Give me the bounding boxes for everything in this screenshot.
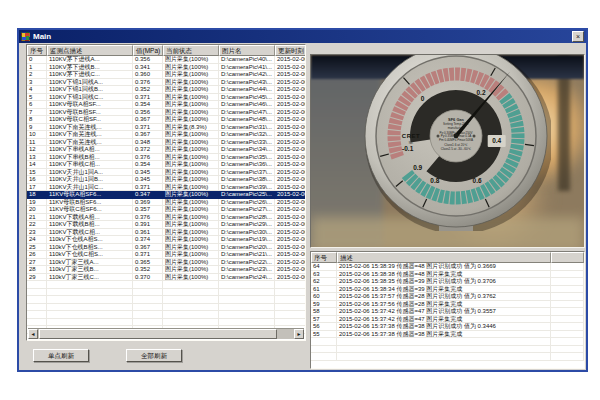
table-row[interactable]: 28110kV丁家三线B...0.352图片采集(100%)D:\cameraP… xyxy=(27,266,305,274)
log-column-header-serial[interactable]: 序号 xyxy=(311,252,337,263)
table-row[interactable]: 29110kV丁家三线C...0.370图片采集(100%)D:\cameraP… xyxy=(27,274,305,282)
table-row[interactable]: 27110kV丁家三线A...0.365图片采集(100%)D:\cameraP… xyxy=(27,259,305,267)
table-row[interactable]: 26110kV下仓线C相S...0.371图片采集(100%)D:\camera… xyxy=(27,251,305,259)
cell xyxy=(47,289,133,297)
cell: 图片采集(100%) xyxy=(163,64,219,72)
scroll-right-icon[interactable]: ► xyxy=(294,329,304,339)
scroll-left-icon[interactable]: ◄ xyxy=(28,329,38,339)
gauge-screw xyxy=(473,135,476,138)
table-row[interactable]: 22110KV下载线B相...0.391图片采集(100%)D:\cameraP… xyxy=(27,221,305,229)
column-header-status[interactable]: 当前状态 xyxy=(163,45,219,56)
column-header-serial[interactable]: 序号 xyxy=(27,45,47,56)
cell: 110KV母联A相SF... xyxy=(47,101,133,109)
single-refresh-button[interactable]: 单点刷新 xyxy=(33,349,89,362)
table-row[interactable]: 592015-02-06 15:37:56 传感器=28 图片采集完成 xyxy=(311,301,584,309)
table-row[interactable]: 0110KV茅下进线A...0.356图片采集(100%)D:\cameraPi… xyxy=(27,56,305,64)
cell: 0.371 xyxy=(133,184,163,192)
cell: 0.367 xyxy=(133,244,163,252)
cell: 图片采集(100%) xyxy=(163,214,219,222)
cell: 0.352 xyxy=(133,266,163,274)
table-row[interactable]: 612015-02-06 15:38:34 传感器=39 图片采集完成 xyxy=(311,286,584,294)
cell xyxy=(133,289,163,297)
cell: 2015-02-06 15:38:38 传感器=48 图片采集完成 xyxy=(337,271,551,279)
gauge-part xyxy=(515,117,516,121)
table-row[interactable]: 1110KV茅下进线B...0.341图片采集(100%)D:\cameraPi… xyxy=(27,64,305,72)
table-row[interactable]: 602015-02-06 15:37:57 传感器=28 图片识别成功 值为 0… xyxy=(311,293,584,301)
column-header-desc[interactable]: 监测点描述 xyxy=(47,45,133,56)
cell xyxy=(219,304,275,312)
table-row[interactable]: 552015-02-06 15:37:38 传感器=38 图片采集完成 xyxy=(311,331,584,339)
cell: 4 xyxy=(27,86,47,94)
cell: 0.372 xyxy=(133,146,163,154)
cell xyxy=(27,281,47,289)
table-row[interactable]: 13110KV下串线B相...0.376图片采集(100%)D:\cameraP… xyxy=(27,154,305,162)
table-row[interactable]: 4110KV下锦1回线B...0.352图片采集(100%)D:\cameraP… xyxy=(27,86,305,94)
table-row[interactable]: 12110KV下串线A相...0.372图片采集(100%)D:\cameraP… xyxy=(27,146,305,154)
cell: 2015-02-06 15:3... xyxy=(275,124,306,132)
gauge-brand: CRET xyxy=(402,133,420,139)
table-row[interactable]: 632015-02-06 15:38:38 传感器=48 图片采集完成 xyxy=(311,271,584,279)
table-row[interactable]: 10110KV下南芜连线...0.367图片采集(100%)D:\cameraP… xyxy=(27,131,305,139)
cell: D:\cameraPic\35\... xyxy=(219,154,275,162)
cell xyxy=(551,353,584,361)
cell: 0.347 xyxy=(133,191,163,199)
table-row[interactable]: 7110KV母联B相SF...0.356图片采集(100%)D:\cameraP… xyxy=(27,109,305,117)
gauge-scale-label: 0.2 xyxy=(476,89,485,96)
gauge-part xyxy=(401,104,403,108)
cell xyxy=(163,289,219,297)
gauge-part xyxy=(394,125,395,129)
table-row[interactable]: 582015-02-06 15:37:42 传感器=47 图片识别成功 值为 0… xyxy=(311,308,584,316)
cell: 60 xyxy=(311,293,337,301)
table-row[interactable]: 14110KV下串线C相...0.354图片采集(100%)D:\cameraP… xyxy=(27,161,305,169)
table-row[interactable]: 2110KV茅下进线C...0.360图片采集(100%)D:\cameraPi… xyxy=(27,71,305,79)
table-row[interactable]: 5110KV下锦1回线C...0.371图片采集(100%)D:\cameraP… xyxy=(27,94,305,102)
cell: 2015-02-06 15:3... xyxy=(275,199,306,207)
cell: 23 xyxy=(27,229,47,237)
gauge-scale-label: 0.4 xyxy=(492,137,501,144)
table-row[interactable]: 2011KV母联C相SF6...0.357图片采集(100%)D:\camera… xyxy=(27,206,305,214)
cell: 55 xyxy=(311,331,337,339)
table-row[interactable]: 23110KV下载线C相...0.361图片采集(100%)D:\cameraP… xyxy=(27,229,305,237)
gauge-part xyxy=(407,174,410,177)
table-row[interactable]: 16110KV天井山1回B...0.345图片采集(100%)D:\camera… xyxy=(27,176,305,184)
cell: 0.376 xyxy=(133,79,163,87)
scroll-track[interactable] xyxy=(38,329,294,339)
column-header-value[interactable]: 值(MPa) xyxy=(133,45,163,56)
log-column-header-desc[interactable]: 描述 xyxy=(337,252,551,263)
table-row[interactable]: 15110KV天井山1回A...0.345图片采集(100%)D:\camera… xyxy=(27,169,305,177)
column-header-picname[interactable]: 图片名 xyxy=(219,45,275,56)
cell xyxy=(219,319,275,327)
close-icon[interactable]: × xyxy=(572,31,584,42)
table-row[interactable]: 17110KV天井山1回C...0.371图片采集(100%)D:\camera… xyxy=(27,184,305,192)
all-refresh-button[interactable]: 全部刷新 xyxy=(126,349,182,362)
table-row[interactable]: 9110KV下南芜连线...0.371图片采集(8.3%)D:\cameraPi… xyxy=(27,124,305,132)
table-row[interactable]: 1811KV母联A相SF6...0.347图片采集(100%)D:\camera… xyxy=(27,191,305,199)
table-row[interactable]: 1911KV母联B相SF6...0.369图片采集(100%)D:\camera… xyxy=(27,199,305,207)
cell xyxy=(27,319,47,327)
cell: 图片采集(100%) xyxy=(163,71,219,79)
table-row[interactable]: 3110KV下锦1回线A...0.376图片采集(100%)D:\cameraP… xyxy=(27,79,305,87)
table-row[interactable]: 6110KV母联A相SF...0.354图片采集(100%)D:\cameraP… xyxy=(27,101,305,109)
cell: 0.371 xyxy=(133,251,163,259)
table-row[interactable]: 25110kV下仓线B相S...0.367图片采集(100%)D:\camera… xyxy=(27,244,305,252)
scroll-thumb[interactable] xyxy=(39,329,277,339)
horizontal-scrollbar[interactable]: ◄ ► xyxy=(28,328,304,339)
cell: 图片采集(8.3%) xyxy=(163,124,219,132)
gauge-part xyxy=(423,81,427,83)
table-row[interactable]: 21110KV下载线A相...0.376图片采集(100%)D:\cameraP… xyxy=(27,214,305,222)
table-row[interactable]: 622015-02-06 15:38:35 传感器=39 图片识别成功 值为 0… xyxy=(311,278,584,286)
cell: 2015-02-06 15:3... xyxy=(275,79,306,87)
cell: 11 xyxy=(27,139,47,147)
table-row[interactable]: 8110KV母联C相SF...0.367图片采集(100%)D:\cameraP… xyxy=(27,116,305,124)
table-row[interactable]: 572015-02-06 15:37:42 传感器=47 图片采集完成 xyxy=(311,316,584,324)
cell: 图片采集(100%) xyxy=(163,274,219,282)
table-row[interactable]: 642015-02-06 15:38:39 传感器=48 图片识别成功 值为 0… xyxy=(311,263,584,271)
gauge-part xyxy=(487,83,491,85)
table-row[interactable]: 24110kV下仓线A相S...0.374图片采集(100%)D:\camera… xyxy=(27,236,305,244)
table-row[interactable]: 11110KV下南芜连线...0.348图片采集(100%)D:\cameraP… xyxy=(27,139,305,147)
cell: 8 xyxy=(27,116,47,124)
title-bar[interactable]: Main × xyxy=(19,30,586,43)
cell: 110KV下串线A相... xyxy=(47,146,133,154)
table-row[interactable]: 562015-02-06 15:37:38 传感器=38 图片识别成功 值为 0… xyxy=(311,323,584,331)
column-header-time[interactable]: 更新时刻 xyxy=(275,45,306,56)
